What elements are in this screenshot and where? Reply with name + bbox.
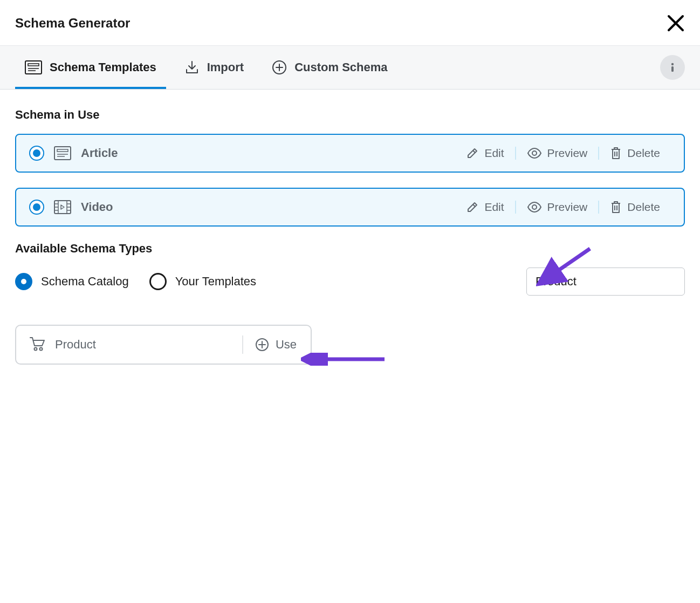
action-label: Delete: [627, 147, 660, 160]
svg-point-27: [40, 348, 43, 351]
delete-button[interactable]: Delete: [599, 146, 671, 160]
tab-custom-schema[interactable]: Custom Schema: [262, 46, 397, 89]
page-title: Schema Generator: [15, 16, 130, 31]
svg-point-23: [532, 205, 537, 209]
tab-schema-templates[interactable]: Schema Templates: [15, 46, 166, 88]
trash-icon: [610, 146, 622, 160]
radio-selected-icon: [29, 200, 44, 215]
tab-label: Custom Schema: [294, 60, 387, 74]
template-icon: [54, 146, 71, 160]
annotation-arrow-icon: [301, 353, 387, 366]
tab-label: Import: [207, 60, 244, 74]
svg-rect-8: [57, 149, 68, 152]
action-label: Preview: [547, 201, 588, 214]
svg-point-5: [671, 63, 674, 65]
import-icon: [184, 60, 200, 75]
tab-import[interactable]: Import: [175, 46, 253, 89]
edit-icon: [466, 201, 479, 214]
schema-card-article[interactable]: Article Edit Preview Delete: [15, 134, 685, 173]
radio-selected-icon: [29, 146, 44, 161]
svg-point-26: [35, 348, 37, 351]
cart-icon: [29, 336, 45, 353]
radio-your-templates[interactable]: Your Templates: [149, 273, 256, 290]
edit-button[interactable]: Edit: [455, 201, 516, 214]
use-button[interactable]: Use: [242, 335, 301, 354]
svg-rect-7: [54, 147, 71, 160]
action-label: Edit: [484, 147, 504, 160]
info-icon: [667, 61, 678, 73]
schema-search-input[interactable]: [526, 268, 685, 296]
info-button[interactable]: [660, 55, 685, 80]
use-label: Use: [276, 338, 297, 352]
video-icon: [54, 200, 71, 214]
edit-icon: [466, 147, 479, 160]
plus-circle-icon: [255, 338, 269, 352]
action-label: Edit: [484, 201, 504, 214]
tab-label: Schema Templates: [50, 60, 156, 74]
trash-icon: [610, 200, 622, 214]
svg-rect-6: [671, 66, 674, 72]
svg-point-11: [532, 151, 537, 155]
preview-button[interactable]: Preview: [516, 147, 600, 160]
close-button[interactable]: [667, 14, 685, 32]
close-icon: [667, 14, 685, 32]
tabs-bar: Schema Templates Import Custom Schema: [0, 45, 700, 90]
edit-button[interactable]: Edit: [455, 147, 516, 160]
schema-card-video[interactable]: Video Edit Preview Delete: [15, 188, 685, 227]
radio-label: Your Templates: [175, 275, 256, 289]
section-title-available: Available Schema Types: [15, 242, 685, 256]
radio-label: Schema Catalog: [41, 275, 129, 289]
action-label: Delete: [627, 201, 660, 214]
radio-schema-catalog[interactable]: Schema Catalog: [15, 273, 129, 290]
delete-button[interactable]: Delete: [599, 200, 671, 214]
result-name: Product: [55, 338, 96, 352]
eye-icon: [527, 202, 542, 213]
schema-name: Article: [81, 146, 118, 160]
schema-name: Video: [81, 200, 113, 214]
action-label: Preview: [547, 147, 588, 160]
plus-circle-icon: [272, 60, 287, 75]
template-icon: [25, 60, 42, 74]
svg-rect-0: [25, 61, 42, 74]
preview-button[interactable]: Preview: [516, 201, 600, 214]
svg-rect-1: [28, 64, 39, 66]
eye-icon: [527, 148, 542, 159]
section-title-in-use: Schema in Use: [15, 108, 685, 122]
schema-result-product: Product Use: [15, 325, 312, 365]
